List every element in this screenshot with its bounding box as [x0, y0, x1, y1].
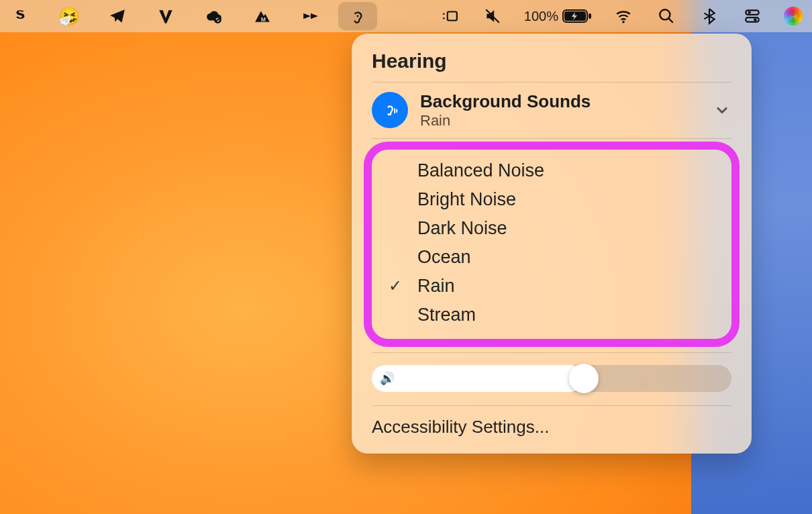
sound-option-rain[interactable]: ✓Rain	[372, 272, 731, 301]
svg-point-10	[660, 9, 670, 19]
ear-sound-icon	[372, 92, 408, 128]
checkmark-icon: ✓	[385, 276, 405, 295]
menu-bar-left: 🤧 M	[9, 5, 322, 28]
sound-options-highlight: Balanced Noise Bright Noise Dark Noise O…	[364, 142, 740, 347]
telegram-icon[interactable]	[106, 5, 129, 28]
menu-bar: 🤧 M 100%	[0, 0, 812, 32]
volume-slider-row: 🔊	[352, 353, 752, 405]
volume-slider-knob[interactable]	[569, 364, 599, 393]
sound-option-dark-noise[interactable]: Dark Noise	[372, 214, 731, 243]
svg-point-12	[748, 11, 751, 13]
chevron-down-icon	[713, 101, 731, 119]
sound-option-stream[interactable]: Stream	[372, 301, 731, 329]
option-label: Dark Noise	[417, 218, 507, 239]
svg-point-2	[357, 15, 359, 17]
svg-point-14	[754, 18, 756, 21]
background-sounds-labels: Background Sounds Rain	[420, 92, 591, 129]
battery-indicator[interactable]: 100%	[524, 8, 592, 24]
bluetooth-icon[interactable]	[698, 5, 721, 28]
sound-option-ocean[interactable]: Ocean	[372, 243, 731, 272]
mountain-icon[interactable]: M	[251, 5, 274, 28]
letter-v-icon[interactable]	[154, 5, 177, 28]
svg-point-9	[622, 21, 624, 23]
accessibility-settings-link[interactable]: Accessibility Settings...	[352, 406, 752, 446]
panel-title: Hearing	[352, 46, 752, 82]
battery-text: 100%	[524, 9, 558, 24]
option-label: Rain	[417, 276, 455, 297]
svg-rect-8	[589, 13, 591, 19]
option-label: Ocean	[417, 247, 471, 268]
volume-slider[interactable]: 🔊	[372, 365, 731, 392]
svg-text:M: M	[261, 16, 266, 23]
volume-slider-fill	[372, 365, 584, 392]
dock-icon[interactable]	[438, 5, 461, 28]
search-icon[interactable]	[655, 5, 678, 28]
option-label: Balanced Noise	[417, 160, 544, 181]
arrows-icon[interactable]	[299, 5, 322, 28]
svg-rect-13	[746, 17, 759, 21]
sound-option-bright-noise[interactable]: Bright Noise	[372, 185, 731, 214]
sound-option-balanced-noise[interactable]: Balanced Noise	[372, 156, 731, 185]
cloud-sync-icon[interactable]	[203, 5, 225, 28]
background-sounds-label: Background Sounds	[420, 92, 591, 111]
hearing-icon[interactable]	[338, 2, 377, 30]
mute-icon[interactable]	[481, 5, 504, 28]
footer-label: Accessibility Settings...	[372, 417, 549, 437]
emoji-face-icon[interactable]: 🤧	[58, 5, 81, 28]
app-s-icon[interactable]	[9, 5, 32, 28]
svg-point-5	[443, 17, 445, 19]
svg-point-0	[214, 16, 221, 23]
wifi-icon[interactable]	[612, 5, 635, 28]
hearing-panel: Hearing Background Sounds Rain Balanced …	[352, 34, 752, 454]
option-label: Bright Noise	[417, 189, 516, 210]
option-label: Stream	[417, 305, 476, 325]
background-sounds-row[interactable]: Background Sounds Rain	[352, 83, 752, 138]
svg-rect-3	[448, 12, 457, 21]
siri-icon[interactable]	[784, 7, 803, 25]
svg-point-4	[443, 13, 445, 15]
control-center-icon[interactable]	[741, 5, 764, 28]
battery-icon	[562, 8, 592, 24]
svg-rect-11	[746, 10, 759, 14]
background-sounds-current: Rain	[420, 113, 591, 129]
menu-bar-right: 100%	[438, 5, 803, 28]
divider	[372, 138, 731, 139]
speaker-icon: 🔊	[380, 371, 395, 386]
